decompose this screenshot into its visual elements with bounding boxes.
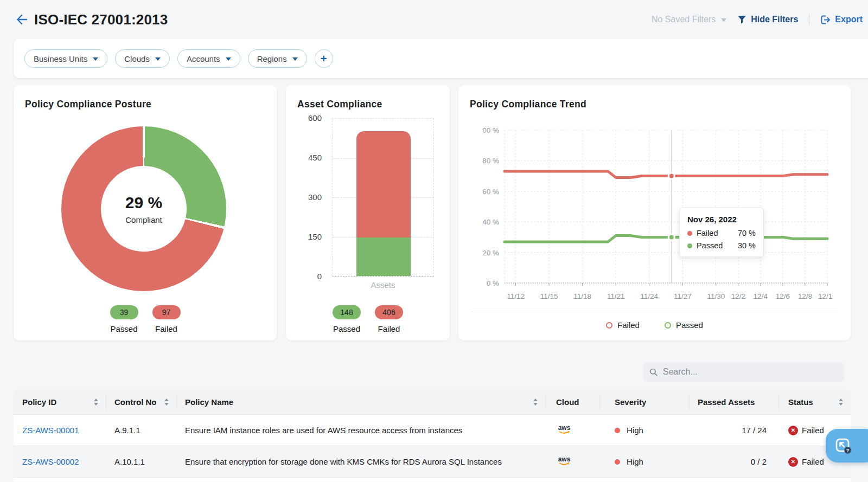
svg-text:11/12: 11/12 bbox=[507, 292, 525, 300]
saved-filters-label: No Saved Filters bbox=[652, 15, 716, 24]
legend-label: Passed bbox=[676, 320, 703, 330]
tooltip-label: Passed bbox=[697, 241, 723, 250]
tooltip-date: Nov 26, 2022 bbox=[687, 215, 756, 224]
sort-icon[interactable] bbox=[159, 399, 169, 406]
hide-filters-button[interactable]: Hide Filters bbox=[737, 15, 798, 24]
svg-text:aws: aws bbox=[558, 424, 571, 432]
legend-label: Passed bbox=[110, 324, 137, 333]
compliance-percent: 29 % bbox=[125, 194, 162, 212]
status-failed-icon: ✕ bbox=[788, 426, 798, 435]
bar-passed-segment[interactable] bbox=[356, 237, 411, 276]
passed-assets: 17 / 24 bbox=[689, 426, 778, 435]
legend-passed[interactable]: 39 Passed bbox=[110, 305, 138, 333]
svg-text:?: ? bbox=[846, 448, 850, 453]
status-label: Failed bbox=[802, 426, 824, 435]
chevron-down-icon bbox=[93, 57, 98, 61]
policy-id-link[interactable]: ZS-AWS-00001 bbox=[22, 426, 79, 435]
col-control-no[interactable]: Control No bbox=[106, 390, 176, 414]
search-input[interactable] bbox=[663, 367, 838, 377]
severity-cell: High bbox=[615, 426, 680, 435]
svg-text:12/6: 12/6 bbox=[776, 292, 790, 300]
filter-business-units[interactable]: Business Units bbox=[24, 49, 107, 68]
filter-label: Business Units bbox=[34, 54, 87, 63]
cloud-cell: aws bbox=[545, 455, 599, 468]
passed-ring-icon bbox=[665, 322, 671, 329]
trend-legend: Failed Passed bbox=[458, 320, 851, 330]
policy-compliance-posture-card: Policy Compliance Posture 29 % Compliant… bbox=[14, 85, 277, 340]
svg-text:11/27: 11/27 bbox=[674, 292, 692, 300]
bar-x-label: Assets bbox=[332, 280, 434, 290]
header-actions: No Saved Filters Hide Filters Export bbox=[652, 14, 863, 25]
filter-regions[interactable]: Regions bbox=[248, 49, 307, 68]
legend-failed[interactable]: 406 Failed bbox=[375, 305, 403, 333]
funnel-icon bbox=[737, 15, 746, 24]
legend-failed[interactable]: 97 Failed bbox=[152, 305, 181, 333]
table-row[interactable]: ZS-AWS-00001 A.9.1.1 Ensure IAM instance… bbox=[14, 415, 851, 446]
trend-chart[interactable]: 0 %20 %40 %60 %80 %100 %11/1211/1511/181… bbox=[483, 126, 833, 302]
severity-label: High bbox=[627, 457, 643, 466]
table-row[interactable] bbox=[14, 478, 851, 482]
column-label: Policy Name bbox=[185, 397, 233, 407]
column-label: Policy ID bbox=[22, 397, 56, 407]
col-policy-id[interactable]: Policy ID bbox=[14, 390, 106, 414]
help-expand-icon: ? bbox=[834, 436, 852, 455]
svg-text:aws: aws bbox=[558, 455, 571, 463]
cloud-cell: aws bbox=[545, 423, 599, 437]
legend-label: Failed bbox=[155, 324, 177, 333]
card-title: Asset Compliance bbox=[297, 99, 382, 110]
search-icon bbox=[649, 368, 658, 377]
sort-icon[interactable] bbox=[88, 399, 98, 406]
trend-chart-svg: 0 %20 %40 %60 %80 %100 %11/1211/1511/181… bbox=[483, 126, 833, 302]
col-cloud: Cloud bbox=[545, 390, 599, 414]
failed-count-badge: 97 bbox=[152, 305, 181, 319]
chevron-down-icon bbox=[292, 57, 298, 61]
col-status[interactable]: Status bbox=[778, 390, 851, 414]
aws-icon: aws bbox=[556, 423, 573, 435]
search-box[interactable] bbox=[643, 362, 844, 382]
donut-legend: 39 Passed 97 Failed bbox=[14, 305, 277, 333]
filter-clouds[interactable]: Clouds bbox=[115, 49, 170, 68]
svg-text:12/4: 12/4 bbox=[754, 292, 768, 300]
chevron-down-icon bbox=[155, 57, 161, 61]
severity-cell: High bbox=[615, 457, 680, 466]
legend-label: Failed bbox=[617, 320, 640, 330]
policies-table: Policy ID Control No Policy Name Cloud S… bbox=[14, 390, 851, 482]
divider bbox=[471, 312, 838, 312]
tooltip-label: Failed bbox=[697, 229, 718, 237]
hide-filters-label: Hide Filters bbox=[751, 15, 798, 24]
column-label: Severity bbox=[615, 397, 646, 407]
export-button[interactable]: Export bbox=[820, 15, 863, 25]
saved-filters-dropdown[interactable]: No Saved Filters bbox=[652, 15, 726, 24]
severity-label: High bbox=[627, 426, 643, 435]
svg-text:11/30: 11/30 bbox=[707, 292, 725, 300]
failed-count-badge: 406 bbox=[375, 305, 403, 319]
app-header: ISO-IEC 27001:2013 No Saved Filters Hide… bbox=[0, 0, 868, 39]
passed-count-badge: 148 bbox=[333, 305, 361, 319]
severity-dot-icon bbox=[615, 428, 620, 433]
legend-passed[interactable]: 148 Passed bbox=[333, 305, 361, 333]
filter-accounts[interactable]: Accounts bbox=[177, 49, 240, 68]
col-passed-assets: Passed Assets bbox=[689, 390, 778, 414]
bar-legend: 148 Passed 406 Failed bbox=[286, 305, 450, 333]
column-label: Passed Assets bbox=[698, 397, 755, 407]
col-policy-name[interactable]: Policy Name bbox=[176, 390, 545, 414]
sort-icon[interactable] bbox=[833, 399, 843, 406]
policy-id-link[interactable]: ZS-AWS-00002 bbox=[22, 457, 79, 466]
donut-center: 29 % Compliant bbox=[101, 166, 187, 252]
svg-text:0 %: 0 % bbox=[487, 279, 499, 287]
column-label: Control No bbox=[114, 397, 156, 407]
filter-label: Accounts bbox=[187, 54, 220, 63]
assets-bar[interactable] bbox=[356, 131, 411, 276]
back-button[interactable] bbox=[14, 11, 30, 28]
add-filter-button[interactable]: + bbox=[315, 49, 333, 68]
legend-failed[interactable]: Failed bbox=[606, 320, 640, 330]
table-row[interactable]: ZS-AWS-00002 A.10.1.1 Ensure that encryp… bbox=[14, 446, 851, 478]
donut-chart[interactable]: 29 % Compliant bbox=[61, 126, 226, 291]
bar-failed-segment[interactable] bbox=[356, 131, 411, 237]
column-label: Status bbox=[788, 397, 813, 407]
sort-icon[interactable] bbox=[528, 399, 538, 406]
help-expand-button[interactable]: ? bbox=[826, 429, 868, 462]
tooltip-value: 30 % bbox=[738, 241, 756, 250]
legend-passed[interactable]: Passed bbox=[665, 320, 703, 330]
failed-ring-icon bbox=[606, 322, 612, 329]
